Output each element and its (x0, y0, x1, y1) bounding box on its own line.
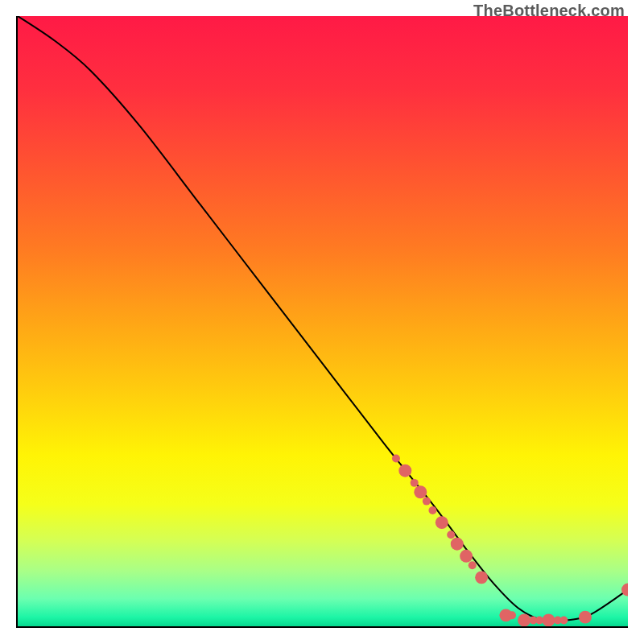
scatter-point (518, 613, 530, 626)
bottleneck-curve (18, 16, 628, 621)
scatter-point (423, 497, 431, 506)
scatter-point (398, 464, 411, 477)
scatter-point (428, 506, 436, 514)
scatter-point (451, 538, 464, 551)
scatter-point (392, 455, 400, 463)
chart-overlay (18, 16, 628, 626)
scatter-point (447, 530, 455, 539)
scatter-point (411, 479, 419, 487)
scatter-point (508, 611, 516, 619)
scatter-point (469, 561, 477, 569)
scatter-point (414, 485, 427, 498)
scatter-point (436, 516, 448, 529)
scatter-point (542, 613, 555, 626)
scatter-point (579, 611, 592, 624)
chart-container: TheBottleneck.com (0, 0, 644, 644)
plot-area: TheBottleneck.com (16, 16, 628, 628)
scatter-point (559, 616, 568, 624)
scatter-point (475, 571, 488, 584)
scatter-point (460, 550, 473, 563)
